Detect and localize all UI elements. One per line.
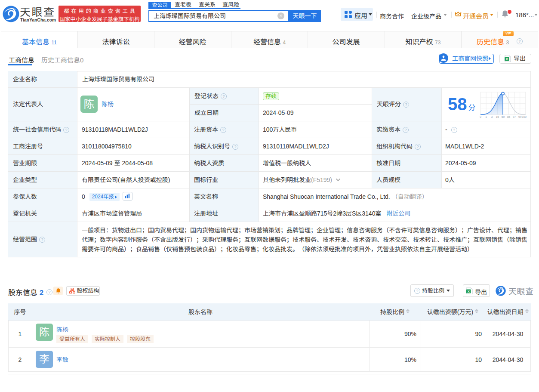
svg-text:X: X: [506, 57, 508, 61]
svg-text:100: 100: [522, 115, 527, 118]
svg-text:X: X: [468, 290, 470, 293]
svg-text:99: 99: [518, 115, 522, 118]
svg-text:3: 3: [491, 115, 493, 118]
svg-text:1: 1: [485, 115, 487, 118]
svg-text:0: 0: [480, 115, 481, 118]
svg-text:15: 15: [496, 115, 499, 118]
svg-text:97: 97: [513, 115, 516, 118]
svg-text:85: 85: [507, 115, 511, 118]
svg-text:50: 50: [502, 115, 505, 118]
